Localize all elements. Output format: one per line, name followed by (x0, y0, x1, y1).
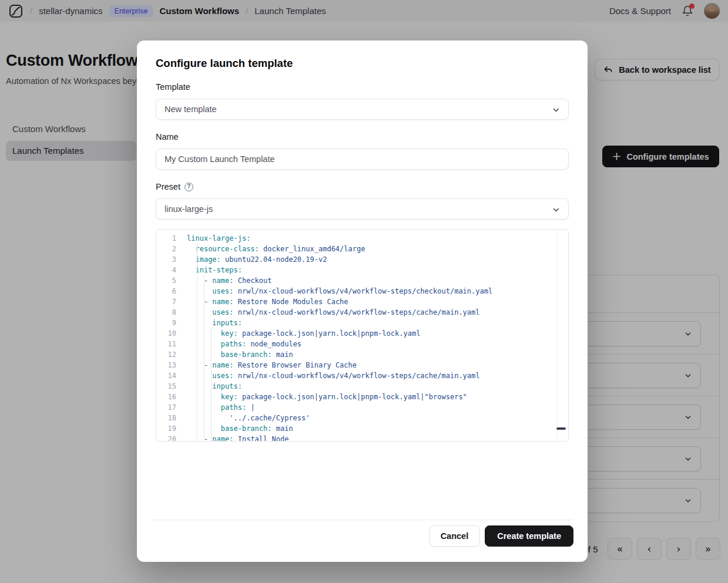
chevron-down-icon (552, 106, 561, 114)
line-number: 17 (156, 402, 184, 413)
line-number: 11 (156, 339, 184, 349)
line-number: 5 (156, 275, 184, 286)
line-number: 6 (156, 286, 184, 296)
code-editor[interactable]: 1234567891011121314151617181920 linux-la… (156, 229, 569, 442)
preset-select[interactable]: linux-large-js (156, 198, 569, 220)
line-number: 18 (156, 413, 184, 423)
code-line: base-branch: main (187, 349, 568, 360)
line-number: 13 (156, 360, 184, 370)
line-number: 16 (156, 392, 184, 402)
line-number: 8 (156, 307, 184, 318)
editor-code[interactable]: linux-large-js: resource-class: docker_l… (184, 230, 568, 441)
line-number: 9 (156, 318, 184, 328)
code-line: linux-large-js: (187, 233, 568, 244)
help-icon[interactable]: ? (184, 183, 193, 191)
configure-launch-template-modal: Configure launch template Template New t… (137, 41, 588, 562)
line-number: 20 (156, 434, 184, 442)
code-line: inputs: (187, 381, 568, 392)
code-line: - name: Checkout (187, 275, 568, 286)
cancel-button[interactable]: Cancel (429, 525, 481, 547)
create-template-button[interactable]: Create template (485, 525, 573, 547)
code-line: key: package-lock.json|yarn.lock|pnpm-lo… (187, 392, 568, 402)
modal-footer-divider (151, 520, 573, 520)
code-line: - name: Install Node (187, 434, 568, 441)
chevron-down-icon (552, 205, 561, 214)
name-label: Name (156, 132, 569, 141)
template-select[interactable]: New template (156, 99, 569, 120)
code-line: resource-class: docker_linux_amd64/large (187, 244, 568, 254)
line-number: 15 (156, 381, 184, 392)
editor-line-numbers: 1234567891011121314151617181920 (156, 230, 184, 441)
line-number: 4 (156, 265, 184, 275)
code-line: key: package-lock.json|yarn.lock|pnpm-lo… (187, 328, 568, 339)
name-input[interactable] (156, 149, 569, 170)
code-line: - name: Restore Node Modules Cache (187, 296, 568, 307)
template-label: Template (156, 82, 569, 92)
line-number: 7 (156, 296, 184, 307)
code-line: - name: Restore Browser Binary Cache (187, 360, 568, 370)
code-line: uses: nrwl/nx-cloud-workflows/v4/workflo… (187, 286, 568, 296)
editor-scrollbar-track (557, 230, 558, 440)
modal-title: Configure launch template (156, 57, 569, 70)
indent-guide (211, 328, 212, 441)
line-number: 3 (156, 254, 184, 265)
code-line: paths: node_modules (187, 339, 568, 349)
code-line: uses: nrwl/nx-cloud-workflows/v4/workflo… (187, 370, 568, 381)
indent-guide (204, 275, 204, 441)
code-line: inputs: (187, 318, 568, 328)
code-line: image: ubuntu22.04-node20.19-v2 (187, 254, 568, 265)
line-number: 10 (156, 328, 184, 339)
code-line: base-branch: main (187, 423, 568, 434)
indent-guide (197, 244, 197, 441)
line-number: 14 (156, 370, 184, 381)
line-number: 1 (156, 233, 184, 244)
line-number: 12 (156, 349, 184, 360)
preset-label: Preset ? (156, 182, 569, 191)
code-line: uses: nrwl/nx-cloud-workflows/v4/workflo… (187, 307, 568, 318)
editor-scrollbar-thumb[interactable] (556, 427, 566, 430)
line-number: 19 (156, 423, 184, 434)
code-line: paths: | (187, 402, 568, 413)
code-line: init-steps: (187, 265, 568, 275)
line-number: 2 (156, 244, 184, 254)
modal-footer: Cancel Create template (156, 525, 573, 547)
code-line: '../.cache/Cypress' (187, 413, 568, 423)
